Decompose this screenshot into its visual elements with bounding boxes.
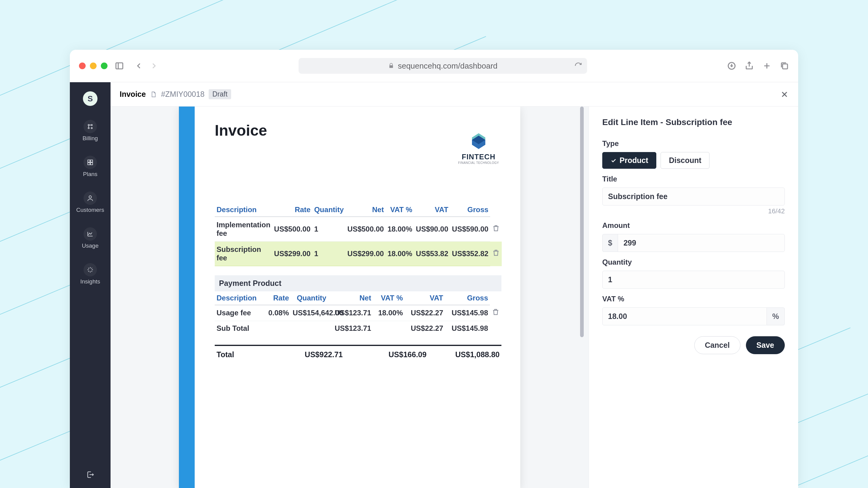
percent-suffix: %	[767, 307, 785, 325]
tabs-overview-icon[interactable]	[780, 61, 789, 70]
url-text: sequencehq.com/dashboard	[398, 61, 497, 71]
line-item-row[interactable]: Usage fee 0.08% US$154,642.00 US$123.71 …	[215, 305, 501, 321]
sidebar-item-usage[interactable]: Usage	[82, 227, 99, 249]
edit-line-item-panel: Edit Line Item - Subscription fee Type P…	[589, 106, 798, 488]
nav-forward-icon[interactable]	[149, 61, 158, 70]
cancel-button[interactable]: Cancel	[694, 336, 740, 354]
type-label: Type	[602, 139, 785, 148]
billing-icon	[84, 120, 97, 133]
svg-line-35	[88, 268, 89, 269]
vat-input[interactable]	[602, 307, 767, 325]
minimize-window-button[interactable]	[90, 63, 97, 69]
brand-name: FINTECH	[462, 153, 495, 161]
line-items-table: Description Rate Quantity Net VAT % VAT …	[215, 203, 502, 266]
sidebar-item-label: Usage	[82, 242, 99, 249]
browser-titlebar: sequencehq.com/dashboard	[70, 50, 798, 82]
svg-point-23	[91, 127, 92, 129]
invoice-document: Invoice FINTECH FINANCIAL TECHNOLOGY	[179, 106, 520, 488]
workspace-avatar[interactable]: S	[83, 91, 97, 106]
brand-tagline: FINANCIAL TECHNOLOGY	[458, 161, 499, 164]
sidebar-toggle-icon[interactable]	[115, 61, 124, 70]
title-char-counter: 16/42	[602, 207, 785, 215]
col-rate: Rate	[272, 203, 312, 217]
save-button[interactable]: Save	[746, 336, 785, 354]
quantity-label: Quantity	[602, 258, 785, 266]
lock-icon	[388, 63, 394, 69]
col-quantity: Quantity	[312, 203, 345, 217]
new-tab-icon[interactable]	[762, 61, 771, 70]
close-icon[interactable]	[780, 90, 789, 99]
brand-logo-icon	[469, 132, 488, 150]
document-icon	[150, 91, 157, 98]
sidebar-item-label: Insights	[80, 278, 100, 285]
amount-label: Amount	[602, 221, 785, 230]
sidebar-item-label: Customers	[76, 207, 104, 213]
delete-line-item-icon[interactable]	[492, 249, 500, 257]
maximize-window-button[interactable]	[101, 63, 107, 69]
type-discount-button[interactable]: Discount	[660, 152, 710, 169]
svg-point-20	[88, 124, 89, 126]
title-input[interactable]	[602, 188, 785, 205]
customers-icon	[84, 192, 97, 205]
close-window-button[interactable]	[79, 63, 86, 69]
amount-input[interactable]	[618, 234, 785, 252]
plans-icon	[84, 156, 97, 169]
delete-line-item-icon[interactable]	[492, 224, 500, 232]
logout-icon	[86, 470, 94, 479]
check-icon	[611, 158, 617, 164]
vat-label: VAT %	[602, 295, 785, 303]
type-product-button[interactable]: Product	[602, 152, 656, 169]
breadcrumb-label: Invoice	[120, 90, 146, 99]
line-item-row[interactable]: Implementation fee US$500.00 1 US$500.00…	[215, 217, 502, 241]
col-description: Description	[215, 203, 272, 217]
insights-icon	[84, 263, 97, 276]
sidebar-item-insights[interactable]: Insights	[80, 263, 100, 285]
svg-rect-12	[116, 63, 123, 69]
invoice-preview-area: Invoice FINTECH FINANCIAL TECHNOLOGY	[111, 106, 589, 488]
share-icon[interactable]	[745, 61, 754, 70]
logout-button[interactable]	[86, 470, 94, 479]
refresh-icon[interactable]	[574, 62, 582, 70]
sidebar-item-customers[interactable]: Customers	[76, 192, 104, 213]
col-vat-percent: VAT %	[386, 203, 414, 217]
svg-line-37	[88, 271, 89, 272]
nav-back-icon[interactable]	[134, 61, 143, 70]
brand-block: FINTECH FINANCIAL TECHNOLOGY	[458, 132, 499, 164]
line-item-row-selected[interactable]: Subscription fee US$299.00 1 US$299.00 1…	[215, 241, 502, 266]
quantity-input[interactable]	[602, 271, 785, 289]
payment-product-table: Description Rate Quantity Net VAT % VAT …	[215, 291, 501, 336]
svg-point-22	[88, 127, 89, 129]
svg-line-38	[91, 268, 92, 269]
scrollbar[interactable]	[580, 106, 584, 488]
svg-rect-27	[91, 160, 93, 162]
app-sidebar: S Billing Plans Customers Usage Insights	[70, 82, 111, 488]
svg-rect-19	[783, 64, 787, 69]
col-vat: VAT	[414, 203, 450, 217]
currency-prefix: $	[602, 234, 618, 252]
svg-rect-28	[88, 163, 90, 165]
title-label: Title	[602, 175, 785, 183]
sidebar-item-plans[interactable]: Plans	[83, 156, 97, 177]
sidebar-item-label: Plans	[83, 171, 97, 177]
subtotal-row: Sub Total US$123.71 US$22.27 US$145.98	[215, 321, 501, 336]
svg-line-36	[91, 271, 92, 272]
col-gross: Gross	[450, 203, 490, 217]
address-bar[interactable]: sequencehq.com/dashboard	[299, 58, 587, 74]
svg-point-21	[91, 124, 92, 126]
sidebar-item-billing[interactable]: Billing	[83, 120, 98, 142]
window-controls	[79, 63, 107, 69]
col-net: Net	[346, 203, 386, 217]
total-row: Total US$922.71 US$166.09 US$1,088.80	[215, 346, 501, 363]
svg-rect-26	[88, 160, 90, 162]
downloads-icon[interactable]	[727, 61, 736, 70]
svg-point-30	[89, 196, 91, 198]
sidebar-item-label: Billing	[83, 135, 98, 142]
invoice-id: #ZMIY00018	[161, 90, 205, 99]
status-badge: Draft	[209, 89, 231, 99]
browser-window: sequencehq.com/dashboard S Billing Plans…	[70, 50, 798, 488]
usage-icon	[84, 227, 97, 241]
panel-title: Edit Line Item - Subscription fee	[602, 118, 785, 127]
delete-line-item-icon[interactable]	[492, 308, 500, 316]
section-header-payment-product: Payment Product	[215, 275, 501, 291]
svg-rect-29	[91, 163, 93, 165]
